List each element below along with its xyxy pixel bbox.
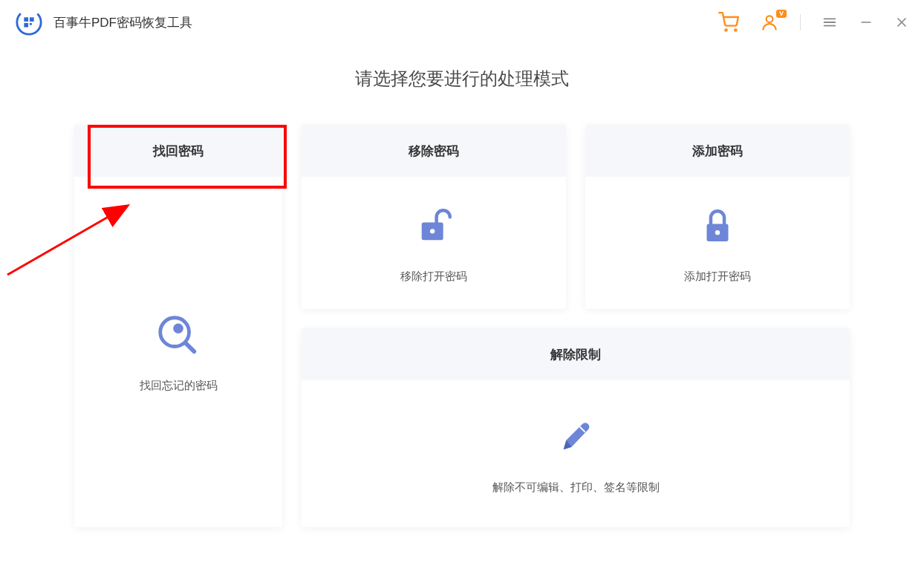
card-restrict-body: 解除不可编辑、打印、签名等限制 <box>302 380 850 527</box>
card-recover-body: 找回忘记的密码 <box>74 177 282 527</box>
lock-closed-icon <box>694 203 741 250</box>
titlebar-right: V <box>718 12 909 33</box>
pencil-edit-icon <box>552 414 599 461</box>
search-magnify-icon <box>154 312 202 359</box>
user-icon[interactable]: V <box>760 13 779 32</box>
svg-rect-2 <box>30 17 34 22</box>
card-recover-password[interactable]: 找回密码 找回忘记的密码 <box>74 125 282 527</box>
lock-open-icon <box>410 203 458 250</box>
card-remove-title: 移除密码 <box>302 125 566 177</box>
svg-point-7 <box>767 16 773 22</box>
card-add-password[interactable]: 添加密码 添加打开密码 <box>585 125 850 309</box>
svg-point-0 <box>15 8 43 36</box>
svg-point-20 <box>715 229 720 234</box>
cart-icon[interactable] <box>718 12 739 33</box>
page-heading: 请选择您要进行的处理模式 <box>74 67 850 91</box>
titlebar: 百事牛PDF密码恢复工具 V <box>0 0 924 45</box>
titlebar-left: 百事牛PDF密码恢复工具 <box>15 8 192 36</box>
card-restrict-title: 解除限制 <box>302 328 850 380</box>
card-recover-desc: 找回忘记的密码 <box>140 379 218 393</box>
svg-point-15 <box>173 323 183 333</box>
menu-icon[interactable] <box>821 14 838 30</box>
card-remove-password[interactable]: 移除密码 移除打开密码 <box>302 125 566 309</box>
card-recover-title: 找回密码 <box>74 125 282 177</box>
app-title: 百事牛PDF密码恢复工具 <box>53 14 192 31</box>
close-button[interactable] <box>894 15 909 30</box>
card-add-body: 添加打开密码 <box>585 177 850 309</box>
svg-rect-4 <box>30 23 32 25</box>
svg-point-6 <box>735 29 736 30</box>
svg-line-16 <box>186 342 195 351</box>
card-remove-restriction[interactable]: 解除限制 解除不可编辑、打印、签名等限制 <box>302 328 850 527</box>
main-content: 请选择您要进行的处理模式 找回密码 找回忘记的密码 移除密码 <box>0 45 924 527</box>
svg-rect-1 <box>24 17 28 22</box>
titlebar-divider <box>800 14 801 30</box>
card-remove-desc: 移除打开密码 <box>400 270 467 284</box>
app-logo-icon <box>15 8 43 36</box>
minimize-button[interactable] <box>859 15 873 30</box>
card-add-desc: 添加打开密码 <box>684 270 751 284</box>
svg-point-5 <box>725 29 726 30</box>
svg-rect-3 <box>24 23 28 27</box>
card-restrict-desc: 解除不可编辑、打印、签名等限制 <box>492 481 660 495</box>
card-remove-body: 移除打开密码 <box>302 177 566 309</box>
mode-grid: 找回密码 找回忘记的密码 移除密码 <box>74 125 850 527</box>
svg-point-18 <box>430 229 435 233</box>
vip-badge: V <box>776 10 787 18</box>
card-add-title: 添加密码 <box>585 125 850 177</box>
